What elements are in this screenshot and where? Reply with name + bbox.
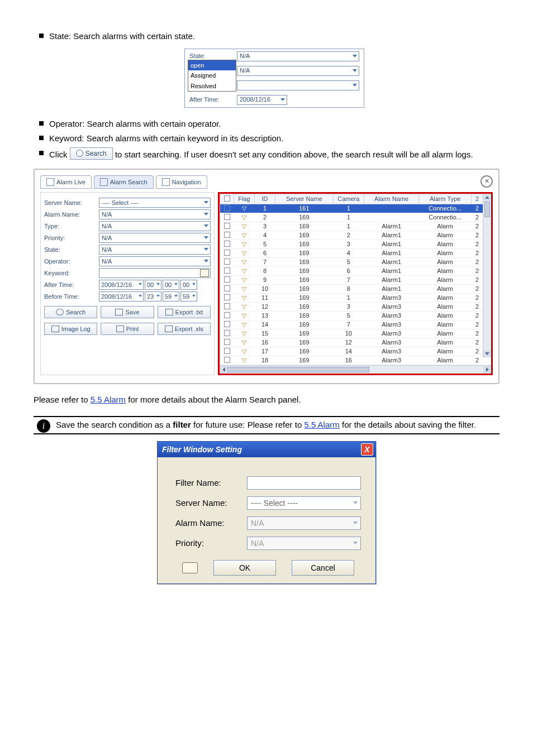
keyboard-icon[interactable] (200, 269, 209, 277)
sf-keyword-input[interactable] (237, 80, 359, 90)
after-sec[interactable]: 00 (180, 280, 197, 290)
table-row[interactable]: ▽111691Alarm3Alarm2 (220, 293, 483, 302)
row-checkbox[interactable] (224, 312, 230, 318)
input-server-name[interactable]: ---- Select ---- (99, 198, 211, 208)
table-row[interactable]: ▽51693Alarm1Alarm2 (220, 240, 483, 248)
col-camera[interactable]: Camera (333, 194, 364, 204)
export-txt-button[interactable]: Export .txt (158, 306, 211, 318)
scroll-right-icon[interactable] (483, 366, 491, 374)
col-alarm-type[interactable]: Alarm Type (419, 194, 472, 204)
dlg-input-priority[interactable]: N/A (247, 537, 361, 550)
tab-navigation[interactable]: Navigation (156, 175, 207, 189)
table-row[interactable]: ▽1716914Alarm3Alarm2 (220, 347, 483, 356)
row-checkbox[interactable] (224, 232, 230, 238)
dlg-lbl-filter-name: Filter Name: (175, 478, 247, 487)
export-xls-button[interactable]: Export .xls (158, 323, 211, 335)
col-flag[interactable]: Flag (234, 194, 255, 204)
table-row[interactable]: ▽31691Alarm1Alarm2 (220, 222, 483, 231)
state-dropdown-list[interactable]: open Assigned Resolved (188, 60, 236, 92)
sf-state-value[interactable]: N/A (237, 51, 359, 61)
dialog-close-icon[interactable]: X (361, 443, 373, 456)
row-checkbox[interactable] (224, 357, 230, 363)
table-row[interactable]: ▽141697Alarm3Alarm2 (220, 320, 483, 329)
scroll-down-icon[interactable] (483, 350, 491, 357)
ok-button[interactable]: OK (213, 560, 276, 576)
row-checkbox[interactable] (224, 321, 230, 327)
row-end: 2 (472, 248, 483, 257)
dlg-input-filter-name[interactable] (247, 476, 361, 490)
row-alarm: Alarm1 (364, 231, 419, 240)
state-option-resolved[interactable]: Resolved (188, 81, 236, 92)
cancel-button[interactable]: Cancel (292, 560, 354, 576)
table-row[interactable]: ▽71695Alarm1Alarm2 (220, 257, 483, 266)
scroll-thumb[interactable] (484, 202, 490, 217)
before-min[interactable]: 59 (163, 291, 179, 302)
after-date[interactable]: 2008/12/16 (99, 280, 144, 290)
dlg-input-alarm-name[interactable]: N/A (247, 516, 361, 530)
print-button[interactable]: Print (101, 323, 154, 335)
image-log-button[interactable]: Image Log (44, 323, 97, 335)
table-row[interactable]: ▽61694Alarm1Alarm2 (220, 248, 483, 257)
sf-operator-value[interactable]: N/A (237, 66, 359, 76)
row-checkbox[interactable] (224, 339, 230, 345)
input-operator[interactable]: N/A (99, 256, 211, 266)
row-checkbox[interactable] (224, 250, 230, 256)
after-min[interactable]: 00 (163, 280, 179, 290)
before-hour[interactable]: 23 (145, 291, 161, 302)
input-keyword[interactable] (99, 268, 211, 278)
table-row[interactable]: ▽101698Alarm1Alarm2 (220, 284, 483, 293)
table-row[interactable]: ▽121693Alarm3Alarm2 (220, 302, 483, 311)
row-checkbox[interactable] (224, 303, 230, 309)
row-checkbox[interactable] (224, 285, 230, 291)
table-row[interactable]: ▽1516910Alarm3Alarm2 (220, 329, 483, 338)
input-priority[interactable]: N/A (99, 233, 211, 243)
before-date[interactable]: 2008/12/16 (99, 291, 144, 302)
sf-aftertime-value[interactable]: 2008/12/16 (237, 95, 287, 105)
search-button[interactable]: Search (44, 306, 97, 318)
link-alarm-section-2[interactable]: 5.5 Alarm (304, 420, 339, 429)
header-checkbox[interactable] (224, 195, 230, 202)
row-checkbox[interactable] (224, 259, 230, 265)
row-checkbox[interactable] (224, 214, 230, 220)
table-row[interactable]: ▽131695Alarm3Alarm2 (220, 311, 483, 320)
input-state[interactable]: N/A (99, 245, 211, 255)
table-row[interactable]: ▽21691Connectio...2 (220, 213, 483, 222)
link-alarm-section[interactable]: 5.5 Alarm (91, 395, 126, 404)
before-sec[interactable]: 59 (180, 291, 197, 302)
row-checkbox[interactable] (224, 276, 230, 283)
scroll-thumb-h[interactable] (227, 367, 369, 372)
close-icon[interactable]: ✕ (480, 175, 493, 188)
horizontal-scrollbar[interactable] (220, 365, 491, 374)
input-type[interactable]: N/A (99, 221, 211, 231)
table-row[interactable]: ▽11611Connectio...2 (220, 204, 483, 213)
row-checkbox[interactable] (224, 348, 230, 354)
col-server[interactable]: Server Name (275, 194, 334, 204)
keyboard-icon[interactable] (182, 562, 198, 573)
table-row[interactable]: ▽41692Alarm1Alarm2 (220, 231, 483, 240)
table-row[interactable]: ▽91697Alarm1Alarm2 (220, 275, 483, 284)
after-hour[interactable]: 00 (145, 280, 161, 290)
row-checkbox[interactable] (224, 241, 230, 247)
scroll-up-icon[interactable] (483, 194, 491, 201)
vertical-scrollbar[interactable] (483, 194, 491, 357)
scroll-left-icon[interactable] (220, 366, 227, 374)
dlg-input-server-name[interactable]: ---- Select ---- (247, 496, 361, 510)
save-button[interactable]: Save (101, 306, 154, 318)
table-row[interactable]: ▽1816916Alarm3Alarm2 (220, 356, 483, 365)
col-alarm-name[interactable]: Alarm Name (364, 194, 419, 204)
table-row[interactable]: ▽1616912Alarm3Alarm2 (220, 338, 483, 347)
tab-alarm-search[interactable]: Alarm Search (94, 175, 154, 189)
input-alarm-name[interactable]: N/A (99, 209, 211, 219)
state-option-open[interactable]: open (188, 60, 236, 71)
state-option-assigned[interactable]: Assigned (188, 70, 236, 81)
row-flag: ▽ (234, 302, 255, 311)
row-checkbox[interactable] (224, 330, 230, 336)
tab-alarm-live[interactable]: Alarm Live (40, 175, 92, 189)
row-checkbox[interactable] (224, 267, 230, 274)
row-checkbox[interactable] (224, 223, 230, 229)
row-alarm: Alarm1 (364, 266, 419, 275)
col-id[interactable]: ID (255, 194, 275, 204)
table-row[interactable]: ▽81696Alarm1Alarm2 (220, 266, 483, 275)
row-checkbox[interactable] (224, 294, 230, 300)
row-checkbox[interactable] (224, 205, 230, 211)
